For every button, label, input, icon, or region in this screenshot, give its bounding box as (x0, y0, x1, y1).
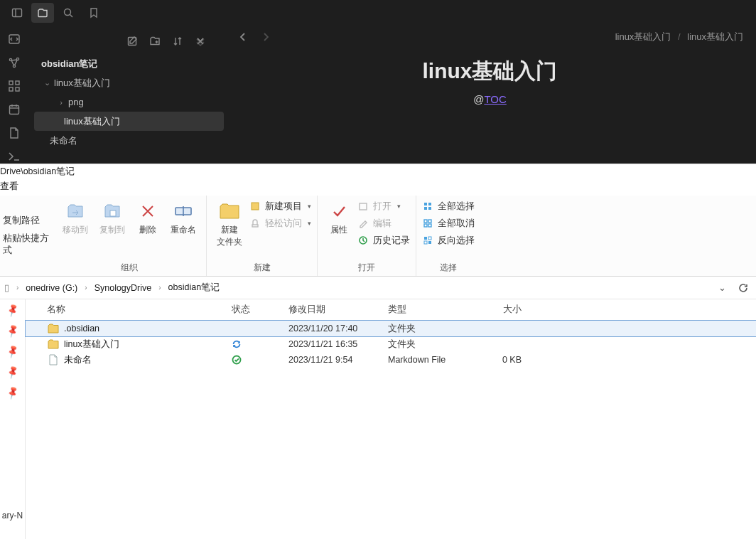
bookmark-icon[interactable] (82, 3, 105, 23)
rename-button[interactable]: 重命名 (166, 197, 200, 236)
file-row[interactable]: 未命名 2023/11/21 9:54 Markdown File 0 KB (26, 352, 756, 368)
breadcrumb-segment[interactable]: linux基础入门 (615, 31, 671, 42)
paste-shortcut-button[interactable]: 粘贴快捷方式 (3, 233, 50, 257)
delete-icon (136, 200, 159, 223)
move-to-button[interactable]: 移动到 (58, 197, 92, 236)
new-item-icon (249, 201, 261, 212)
collapse-icon[interactable] (194, 35, 207, 48)
svg-rect-32 (428, 207, 431, 210)
address-bar[interactable]: ▯ › onedrive (G:) › SynologyDrive › obsi… (0, 277, 756, 299)
button-label: 历史记录 (373, 235, 410, 247)
new-note-icon[interactable] (126, 35, 139, 48)
easy-access-icon (249, 218, 261, 229)
toc-line: @TOC (473, 93, 507, 105)
col-header-name[interactable]: 名称 (47, 304, 232, 316)
obsidian-top-toolbar (0, 0, 756, 26)
new-item-button[interactable]: 新建项目▾ (249, 198, 311, 214)
col-header-date[interactable]: 修改日期 (288, 304, 388, 316)
file-list: 名称 状态 修改日期 类型 大小 .obsidian 2023/11/20 17… (26, 299, 756, 539)
col-header-type[interactable]: 类型 (388, 304, 472, 316)
select-none-button[interactable]: 全部取消 (422, 215, 475, 231)
daily-note-icon[interactable] (6, 102, 23, 117)
file-name-label: .obsidian (64, 324, 99, 333)
file-name-label: linux基础入门 (64, 338, 119, 351)
file-size-label: 0 KB (472, 355, 522, 365)
toc-prefix: @ (473, 93, 484, 105)
edit-button[interactable]: 编辑 (357, 215, 410, 231)
breadcrumb-segment[interactable]: linux基础入门 (687, 31, 743, 42)
tree-folder[interactable]: ⌄ linux基础入门 (34, 73, 224, 92)
tree-file[interactable]: 未命名 (34, 131, 224, 150)
refresh-icon[interactable] (735, 279, 752, 297)
svg-rect-29 (424, 203, 427, 206)
breadcrumb-segment[interactable]: onedrive (G:) (26, 283, 77, 293)
copy-to-button[interactable]: 复制到 (95, 197, 129, 236)
search-icon[interactable] (57, 3, 80, 23)
editor-content[interactable]: linux基础入门 @TOC (224, 48, 756, 164)
svg-rect-22 (110, 210, 116, 216)
tree-file-active[interactable]: linux基础入门 (34, 112, 224, 131)
breadcrumb[interactable]: linux基础入门 / linux基础入门 (615, 31, 743, 43)
svg-rect-12 (10, 105, 19, 114)
canvas-icon[interactable] (6, 78, 23, 93)
quick-switcher-icon[interactable] (6, 31, 23, 46)
history-button[interactable]: 历史记录 (357, 233, 410, 248)
tree-item-label: linux基础入门 (54, 77, 110, 90)
pin-icon[interactable]: 📌 (5, 385, 20, 400)
svg-rect-39 (424, 241, 427, 244)
pin-icon[interactable]: 📌 (5, 324, 20, 338)
select-invert-button[interactable]: 反向选择 (422, 233, 475, 248)
button-label: 移动到 (63, 224, 88, 236)
sidebar-toggle-icon[interactable] (6, 3, 28, 23)
breadcrumb-separator: › (158, 284, 161, 292)
file-explorer-toolbar (28, 31, 224, 51)
rename-icon (172, 200, 195, 223)
new-folder-icon[interactable] (148, 35, 161, 48)
file-date-label: 2023/11/20 17:40 (288, 324, 388, 333)
command-icon[interactable] (6, 149, 23, 164)
dropdown-icon: ▾ (397, 203, 401, 210)
group-label: 新建 (212, 262, 311, 276)
button-label: 复制到 (99, 224, 125, 236)
templates-icon[interactable] (6, 125, 23, 140)
group-label: 打开 (323, 262, 410, 276)
files-icon[interactable] (31, 3, 54, 23)
svg-rect-0 (13, 9, 22, 17)
file-row[interactable]: .obsidian 2023/11/20 17:40 文件夹 (26, 321, 756, 336)
menu-view[interactable]: 查看 (0, 180, 756, 196)
folder-icon (47, 338, 60, 351)
move-to-icon (64, 200, 87, 223)
svg-rect-37 (424, 237, 427, 240)
toc-link[interactable]: TOC (484, 93, 506, 105)
properties-button[interactable]: 属性 (323, 197, 355, 236)
breadcrumb-segment[interactable]: SynologyDrive (94, 283, 152, 293)
svg-rect-40 (428, 241, 431, 244)
chevron-right-icon: › (55, 98, 67, 107)
delete-button[interactable]: 删除 (132, 197, 163, 236)
nav-back-icon[interactable] (237, 31, 249, 43)
new-folder-button[interactable]: 新建 文件夹 (212, 197, 247, 248)
sort-icon[interactable] (171, 35, 184, 48)
svg-rect-11 (16, 87, 19, 91)
pin-icon[interactable]: 📌 (5, 365, 20, 380)
file-explorer-window: Drive\obsidian笔记 查看 复制路径 粘贴快捷方式 移动到 (0, 164, 756, 539)
pin-icon[interactable]: 📌 (5, 303, 20, 318)
breadcrumb-segment[interactable]: obsidian笔记 (168, 282, 220, 294)
easy-access-button[interactable]: 轻松访问▾ (249, 215, 311, 231)
svg-rect-26 (252, 225, 258, 227)
pin-icon[interactable]: 📌 (5, 344, 20, 359)
vault-title[interactable]: obsidian笔记 (34, 54, 224, 73)
file-date-label: 2023/11/21 16:35 (288, 339, 388, 349)
open-button[interactable]: 打开▾ (357, 198, 410, 214)
nav-forward-icon[interactable] (259, 31, 272, 43)
file-row[interactable]: linux基础入门 2023/11/21 16:35 文件夹 (26, 336, 756, 352)
copy-path-button[interactable]: 复制路径 (3, 215, 50, 227)
tree-folder[interactable]: › png (34, 92, 224, 112)
graph-icon[interactable] (6, 55, 23, 70)
button-label: 新建项目 (265, 201, 302, 213)
col-header-size[interactable]: 大小 (472, 304, 522, 316)
select-all-button[interactable]: 全部选择 (422, 198, 475, 214)
col-header-state[interactable]: 状态 (232, 304, 288, 316)
breadcrumb-separator: › (16, 284, 18, 292)
address-dropdown-icon[interactable]: ⌄ (713, 279, 730, 297)
